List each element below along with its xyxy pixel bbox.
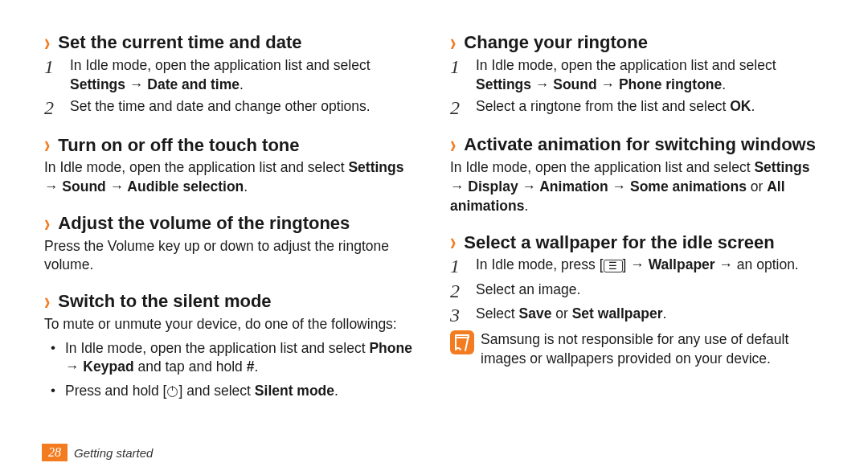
bold-wallpaper: Wallpaper	[649, 256, 715, 272]
step-text: In Idle mode, open the application list …	[70, 56, 418, 94]
text: .	[722, 76, 726, 92]
bold-ok: OK	[730, 98, 751, 114]
bold-path: Settings → Date and time	[70, 76, 240, 92]
text: .	[244, 178, 248, 195]
paragraph: Press the Volume key up or down to adjus…	[44, 237, 418, 275]
bold-mode: Silent mode	[255, 383, 334, 399]
heading-adjust-volume: › Adjust the volume of the ringtones	[44, 213, 418, 234]
text: or	[551, 305, 571, 322]
chevron-right-icon: ›	[44, 208, 50, 237]
paragraph: In Idle mode, open the application list …	[44, 158, 418, 196]
step-number: 2	[450, 97, 476, 118]
bullet-icon: •	[51, 339, 65, 357]
chevron-right-icon: ›	[450, 130, 456, 159]
step-number: 2	[450, 281, 476, 301]
chevron-right-icon: ›	[44, 130, 50, 159]
step: 1 In Idle mode, open the application lis…	[450, 56, 824, 94]
step-text: In Idle mode, open the application list …	[476, 56, 824, 94]
left-column: › Set the current time and date 1 In Idl…	[24, 8, 434, 471]
step-text: Select a ringtone from the list and sele…	[476, 97, 755, 117]
text: .	[254, 358, 258, 375]
text: .	[334, 383, 338, 399]
text: ] →	[623, 256, 649, 272]
text: or	[747, 178, 767, 195]
step: 1 In Idle mode, open the application lis…	[44, 56, 418, 94]
step-number: 1	[44, 56, 70, 77]
power-icon	[167, 387, 178, 397]
step-number: 1	[450, 56, 476, 77]
text: .	[751, 98, 755, 114]
heading-touch-tone: › Turn on or off the touch tone	[44, 134, 418, 155]
heading-text: Change your ringtone	[464, 32, 648, 52]
note: Samsung is not responsible for any use o…	[450, 330, 824, 368]
menu-key-icon: ☰	[604, 260, 623, 272]
text: In Idle mode, open the application list …	[450, 159, 754, 175]
heading-change-ringtone: › Change your ringtone	[450, 32, 824, 53]
heading-text: Set the current time and date	[58, 32, 301, 52]
text: In Idle mode, open the application list …	[476, 57, 776, 73]
manual-page: › Set the current time and date 1 In Idl…	[0, 0, 868, 471]
heading-text: Switch to the silent mode	[58, 291, 271, 311]
text: Select	[476, 305, 519, 322]
text: Select a ringtone from the list and sele…	[476, 98, 730, 114]
section-name: Getting started	[74, 446, 153, 460]
text: In Idle mode, open the application list …	[70, 57, 371, 73]
step-number: 3	[450, 305, 476, 326]
step: 2 Set the time and date and change other…	[44, 97, 418, 118]
note-text: Samsung is not responsible for any use o…	[481, 330, 824, 368]
chevron-right-icon: ›	[44, 287, 50, 316]
heading-set-time: › Set the current time and date	[44, 32, 418, 53]
text: In Idle mode, open the application list …	[44, 159, 348, 175]
right-column: › Change your ringtone 1 In Idle mode, o…	[434, 8, 844, 471]
paragraph: To mute or unmute your device, do one of…	[44, 315, 418, 334]
heading-select-wallpaper: › Select a wallpaper for the idle screen	[450, 231, 824, 252]
page-number-badge: 28	[42, 444, 68, 461]
heading-text: Adjust the volume of the ringtones	[58, 213, 350, 233]
heading-activate-animation: › Activate animation for switching windo…	[450, 134, 824, 155]
text: and tap and hold	[134, 358, 247, 375]
note-icon	[450, 330, 474, 354]
text: .	[524, 198, 528, 214]
chevron-right-icon: ›	[450, 28, 456, 57]
bold-set-wallpaper: Set wallpaper	[572, 305, 663, 322]
text: Press and hold [	[65, 383, 166, 399]
paragraph: In Idle mode, open the application list …	[450, 158, 824, 215]
bold-save: Save	[519, 305, 552, 322]
bullet-icon: •	[51, 382, 65, 399]
bullet-text: In Idle mode, open the application list …	[65, 339, 418, 377]
bold-key: #	[247, 358, 255, 375]
text: ] and select	[178, 383, 254, 399]
step-text: Select Save or Set wallpaper.	[476, 305, 666, 324]
step-text: Set the time and date and change other o…	[70, 97, 371, 117]
step: 3 Select Save or Set wallpaper.	[450, 305, 824, 326]
text: .	[240, 76, 244, 92]
text: .	[663, 305, 667, 322]
text: In Idle mode, open the application list …	[65, 340, 369, 356]
chevron-right-icon: ›	[450, 227, 456, 256]
heading-text: Select a wallpaper for the idle screen	[464, 232, 774, 252]
text: → an option.	[715, 256, 799, 272]
step: 2 Select a ringtone from the list and se…	[450, 97, 824, 118]
step-text: In Idle mode, press [☰] → Wallpaper → an…	[476, 256, 799, 275]
step-text: Select an image.	[476, 281, 580, 300]
heading-silent-mode: › Switch to the silent mode	[44, 291, 418, 312]
bold-path: Settings → Sound → Phone ringtone	[476, 76, 722, 92]
page-footer: 28 Getting started	[42, 444, 153, 461]
step: 2 Select an image.	[450, 281, 824, 301]
text: In Idle mode, press [	[476, 256, 604, 272]
step-number: 1	[450, 256, 476, 276]
chevron-right-icon: ›	[44, 28, 50, 57]
step: 1 In Idle mode, press [☰] → Wallpaper → …	[450, 256, 824, 276]
bullet-item: • In Idle mode, open the application lis…	[51, 339, 418, 377]
step-number: 2	[44, 97, 70, 118]
bullet-item: • Press and hold [] and select Silent mo…	[51, 382, 418, 401]
bullet-text: Press and hold [] and select Silent mode…	[65, 382, 338, 401]
heading-text: Turn on or off the touch tone	[58, 135, 299, 155]
heading-text: Activate animation for switching windows	[464, 134, 816, 154]
